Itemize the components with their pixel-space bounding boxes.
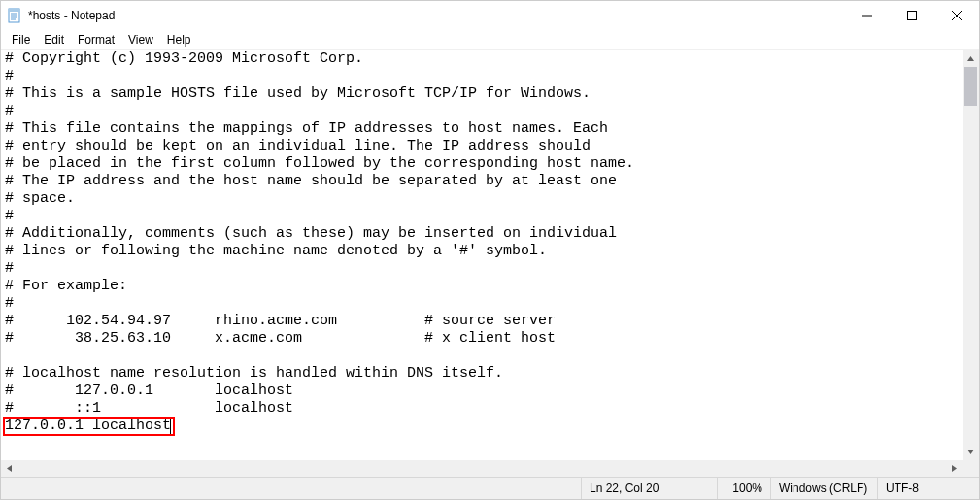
annotation-highlight bbox=[3, 417, 175, 436]
menu-file[interactable]: File bbox=[5, 32, 37, 48]
scroll-right-button[interactable] bbox=[946, 460, 963, 477]
text-caret bbox=[170, 419, 171, 434]
maximize-button[interactable] bbox=[890, 1, 934, 30]
menubar: File Edit Format View Help bbox=[1, 30, 979, 50]
status-spacer bbox=[1, 478, 581, 499]
window-controls bbox=[845, 1, 979, 30]
svg-rect-1 bbox=[9, 9, 19, 12]
titlebar: *hosts - Notepad bbox=[1, 1, 979, 30]
status-position: Ln 22, Col 20 bbox=[581, 478, 717, 499]
minimize-button[interactable] bbox=[845, 1, 890, 30]
menu-format[interactable]: Format bbox=[71, 32, 121, 48]
svg-marker-11 bbox=[967, 450, 974, 454]
text-editor[interactable]: # Copyright (c) 1993-2009 Microsoft Corp… bbox=[1, 50, 963, 460]
horizontal-scrollbar[interactable] bbox=[1, 460, 963, 477]
statusbar: Ln 22, Col 20 100% Windows (CRLF) UTF-8 bbox=[1, 477, 979, 499]
notepad-icon bbox=[7, 8, 22, 23]
scrollbar-corner bbox=[963, 460, 979, 477]
menu-view[interactable]: View bbox=[121, 32, 160, 48]
scroll-left-button[interactable] bbox=[1, 460, 17, 477]
close-button[interactable] bbox=[934, 1, 979, 30]
svg-marker-12 bbox=[7, 465, 12, 472]
svg-marker-13 bbox=[952, 465, 957, 472]
menu-help[interactable]: Help bbox=[160, 32, 198, 48]
scroll-down-button[interactable] bbox=[963, 444, 979, 460]
svg-rect-7 bbox=[908, 12, 917, 20]
status-line-ending: Windows (CRLF) bbox=[770, 478, 877, 499]
vertical-scroll-track[interactable] bbox=[963, 67, 979, 444]
vertical-scroll-thumb[interactable] bbox=[964, 67, 977, 106]
horizontal-scroll-track[interactable] bbox=[17, 460, 946, 477]
status-encoding: UTF-8 bbox=[877, 478, 979, 499]
menu-edit[interactable]: Edit bbox=[37, 32, 71, 48]
scroll-up-button[interactable] bbox=[963, 50, 979, 67]
editor-wrap: # Copyright (c) 1993-2009 Microsoft Corp… bbox=[1, 50, 979, 477]
svg-marker-10 bbox=[967, 56, 974, 61]
window-title: *hosts - Notepad bbox=[28, 9, 845, 22]
vertical-scrollbar[interactable] bbox=[963, 50, 979, 460]
status-zoom: 100% bbox=[717, 478, 770, 499]
